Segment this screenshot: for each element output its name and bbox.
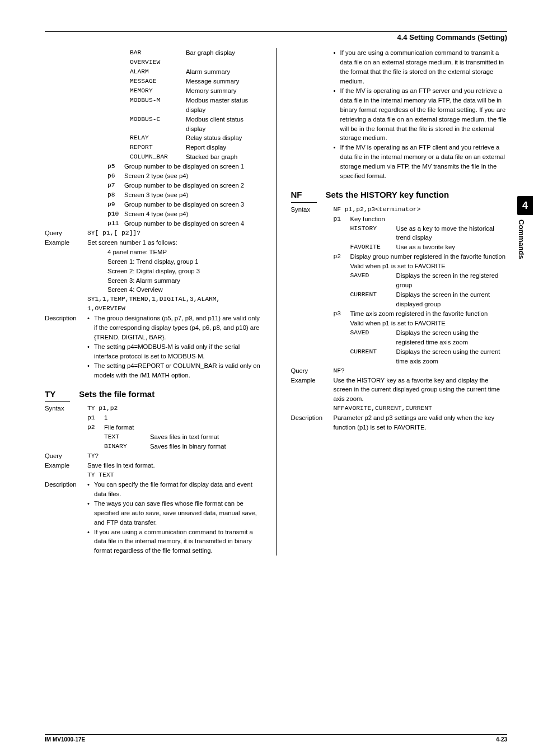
nf-heading: NF Sets the HISTORY key function bbox=[291, 189, 508, 203]
param-key: p1 bbox=[334, 214, 350, 224]
columns: BARBar graph display OVERVIEW ALARMAlarm… bbox=[45, 48, 507, 556]
opt-desc: Use as a key to move the historical tren… bbox=[396, 224, 508, 243]
description-row: Description •The group designations (p5,… bbox=[45, 314, 261, 380]
bullet-text: The group designations (p5, p7, p9, and … bbox=[94, 314, 261, 342]
example-text: Save files in text format. bbox=[87, 461, 155, 470]
display-options-block: BARBar graph display OVERVIEW ALARMAlarm… bbox=[45, 48, 261, 162]
bullet-icon: • bbox=[334, 86, 340, 143]
example-code: 1,OVERVIEW bbox=[45, 304, 261, 314]
example-label: Example bbox=[291, 376, 334, 385]
bullet-icon: • bbox=[334, 143, 340, 181]
param-text: Key function bbox=[350, 214, 385, 224]
param-key: p9 bbox=[107, 200, 124, 209]
opt-val: OVERVIEW bbox=[130, 58, 186, 67]
param-text: Group number to be displayed on screen 3 bbox=[124, 200, 244, 209]
nf-example-row: Example Use the HISTORY key as a favorit… bbox=[291, 376, 508, 404]
opt-desc: Displays the screen using the registered… bbox=[396, 328, 508, 347]
nf-params: p1Key function HISTORYUse as a key to mo… bbox=[291, 214, 508, 366]
opt-val: MEMORY bbox=[130, 86, 186, 96]
example-line: 4 panel name: TEMP bbox=[107, 248, 261, 257]
example-line: Screen 2: Digital display, group 3 bbox=[107, 267, 261, 276]
left-column: BARBar graph display OVERVIEW ALARMAlarm… bbox=[45, 48, 261, 556]
param-key: p11 bbox=[107, 219, 124, 228]
opt-desc: Report display bbox=[186, 143, 226, 152]
opt-val: SAVED bbox=[350, 271, 396, 290]
query-value: TY? bbox=[87, 451, 99, 461]
param-text: 1 bbox=[104, 413, 107, 423]
top-rule bbox=[45, 31, 507, 32]
description-text: Parameter p2 and p3 settings are valid o… bbox=[334, 413, 508, 432]
bullet-icon: • bbox=[87, 361, 94, 380]
opt-desc: Bar graph display bbox=[186, 48, 235, 58]
param-key: p2 bbox=[87, 423, 104, 432]
opt-val: RELAY bbox=[130, 133, 186, 143]
example-text: Use the HISTORY key as a favorite key an… bbox=[334, 376, 508, 404]
bullet-icon: • bbox=[87, 528, 94, 556]
column-divider bbox=[276, 48, 277, 556]
nf-description-row: Description Parameter p2 and p3 settings… bbox=[291, 413, 508, 432]
bullet-icon: • bbox=[87, 480, 94, 499]
nf-example-code: NFFAVORITE,CURRENT,CURRENT bbox=[291, 404, 508, 413]
syntax-label: Syntax bbox=[291, 205, 334, 214]
ty-example-code: TY TEXT bbox=[45, 470, 261, 480]
ty-syntax-row: Syntax TY p1,p2 bbox=[45, 404, 261, 413]
param-key: p5 bbox=[107, 162, 124, 171]
opt-val: CURRENT bbox=[350, 290, 396, 309]
opt-val: FAVORITE bbox=[350, 242, 396, 252]
query-label: Query bbox=[45, 451, 87, 461]
ty-query-row: Query TY? bbox=[45, 451, 261, 461]
bullet-icon: • bbox=[87, 314, 94, 342]
chapter-label: Commands bbox=[517, 220, 526, 259]
param-text: Group number to be displayed on screen 2 bbox=[124, 181, 244, 190]
example-lines: 4 panel name: TEMP Screen 1: Trend displ… bbox=[45, 248, 261, 295]
nf-query-row: Query NF? bbox=[291, 366, 508, 376]
fmt-val: BINARY bbox=[104, 442, 150, 451]
opt-desc: Modbus client status display bbox=[186, 115, 261, 134]
footer: IM MV1000-17E 4-23 bbox=[45, 734, 507, 743]
opt-val: SAVED bbox=[350, 328, 396, 347]
example-label: Example bbox=[45, 238, 87, 248]
example-intro: Set screen number 1 as follows: bbox=[87, 238, 177, 248]
opt-desc: Displays the screen in the registered gr… bbox=[396, 271, 508, 290]
bullet-text: The setting p4=REPORT or COLUMN_BAR is v… bbox=[94, 361, 261, 380]
param-text: Group number to be displayed on screen 4 bbox=[124, 219, 244, 228]
fmt-val: TEXT bbox=[104, 432, 150, 442]
opt-val: ALARM bbox=[130, 67, 186, 77]
ty-fmt-list: TEXTSaves files in text format BINARYSav… bbox=[87, 432, 261, 451]
bullet-text: If the MV is operating as an FTP client … bbox=[340, 143, 508, 181]
bullet-text: You can specify the file format for disp… bbox=[94, 480, 261, 499]
bullet-icon: • bbox=[334, 48, 340, 86]
description-label: Description bbox=[45, 480, 87, 489]
example-row: Example Set screen number 1 as follows: bbox=[45, 238, 261, 248]
param-key: p1 bbox=[87, 413, 104, 423]
syntax-label: Syntax bbox=[45, 404, 87, 413]
opt-desc: Stacked bar graph bbox=[186, 152, 237, 162]
description-label: Description bbox=[291, 413, 334, 423]
opt-val: MODBUS-M bbox=[130, 96, 186, 115]
query-value: NF? bbox=[334, 366, 345, 376]
right-column: •If you are using a communication comman… bbox=[291, 48, 508, 556]
example-code: SY1,1,TEMP,TREND,1,DIGITAL,3,ALARM, bbox=[45, 295, 261, 304]
param-text: Group number to be displayed on screen 1 bbox=[124, 162, 244, 171]
description-body: •The group designations (p5, p7, p9, and… bbox=[87, 314, 261, 380]
ty-params: p11 p2File format TEXTSaves files in tex… bbox=[45, 413, 261, 451]
opt-desc: Alarm summary bbox=[186, 67, 230, 77]
opt-val: HISTORY bbox=[350, 224, 396, 243]
opt-val: CURRENT bbox=[350, 347, 396, 366]
side-tab: 4 Commands bbox=[517, 196, 534, 259]
param-key: p2 bbox=[334, 252, 350, 262]
query-value: SY[ p1,[ p2]]? bbox=[87, 228, 140, 238]
param-text: Screen 4 type (see p4) bbox=[124, 209, 188, 219]
bullet-text: The ways you can save files whose file f… bbox=[94, 499, 261, 528]
ty-example-row: Example Save files in text format. bbox=[45, 461, 261, 470]
fmt-desc: Saves files in text format bbox=[150, 432, 219, 442]
query-row: Query SY[ p1,[ p2]]? bbox=[45, 228, 261, 238]
param-key: p7 bbox=[107, 181, 124, 190]
opt-desc: Relay status display bbox=[186, 133, 242, 143]
example-line: Screen 3: Alarm summary bbox=[107, 276, 261, 286]
param-text: Time axis zoom registered in the favorit… bbox=[350, 309, 488, 319]
bullet-text: If you are using a communication command… bbox=[94, 528, 261, 556]
example-label: Example bbox=[45, 461, 87, 470]
bullet-text: If you are using a communication command… bbox=[340, 48, 508, 86]
example-line: Screen 1: Trend display, group 1 bbox=[107, 257, 261, 267]
